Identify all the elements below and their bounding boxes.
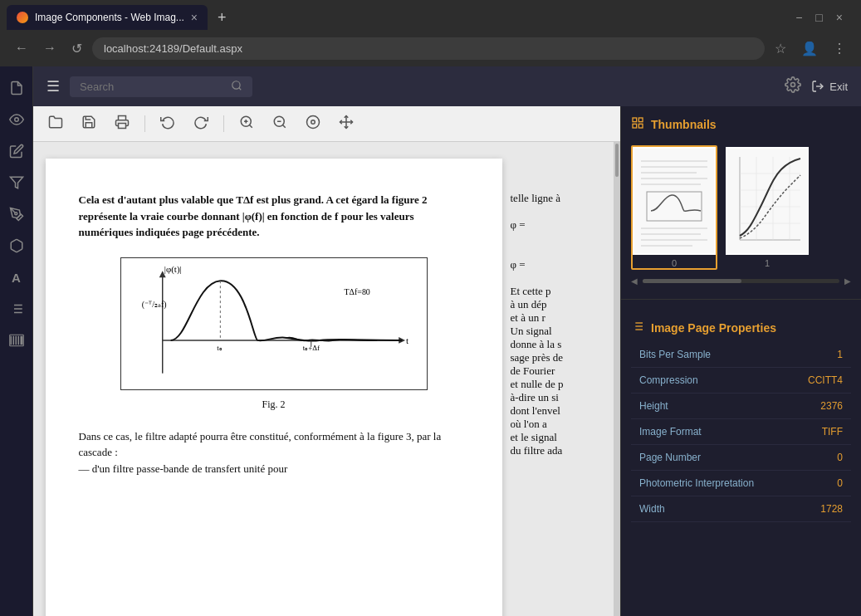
rail-icon-barcode[interactable] <box>3 327 30 354</box>
move-button[interactable] <box>332 111 360 136</box>
address-bar[interactable] <box>92 37 765 60</box>
svg-rect-40 <box>638 124 643 128</box>
thumbnails-title: Thumbnails <box>631 116 851 132</box>
thumb-scroll-thumb <box>643 279 741 283</box>
rail-icon-list[interactable] <box>3 296 30 322</box>
right-col-text: telle ligne à φ = φ = Et cette p à un dé… <box>502 159 602 457</box>
zoom-in-button[interactable] <box>232 111 261 136</box>
redo-button[interactable] <box>187 111 215 136</box>
search-input[interactable] <box>80 81 224 93</box>
rail-icon-3d[interactable] <box>3 232 30 259</box>
panel-divider <box>621 299 861 300</box>
app: A ☰ Exit <box>0 66 861 616</box>
props-label: Image Page Properties <box>651 321 776 335</box>
more-options-button[interactable]: ⋮ <box>828 37 851 60</box>
rail-icon-document[interactable] <box>3 75 30 101</box>
prop-value-5: 0 <box>789 471 851 496</box>
doc-content: Cela est d'autant plus valable que TΔf e… <box>33 142 614 616</box>
svg-rect-14 <box>119 124 126 129</box>
svg-text:t: t <box>406 335 408 345</box>
prop-value-3: TIFF <box>789 419 851 445</box>
profile-button[interactable]: 👤 <box>796 37 823 60</box>
search-icon <box>231 80 242 94</box>
tab-label: Image Components - Web Imag... <box>35 12 184 23</box>
document-viewer: Cela est d'autant plus valable que TΔf e… <box>33 106 620 616</box>
thumbnail-1[interactable]: 1 <box>724 145 810 270</box>
app-header: ☰ Exit <box>33 66 861 106</box>
prop-label-6: Width <box>631 496 789 522</box>
prop-label-4: Page Number <box>631 445 789 471</box>
rail-icon-edit[interactable] <box>3 138 30 164</box>
doc-scroll-area[interactable]: Cela est d'autant plus valable que TΔf e… <box>33 142 620 616</box>
active-tab[interactable]: Image Components - Web Imag... × <box>7 5 208 30</box>
rail-icon-brush[interactable] <box>3 201 30 227</box>
svg-line-20 <box>282 125 285 127</box>
forward-button[interactable]: → <box>38 37 61 59</box>
prop-row-4: Page Number 0 <box>631 445 851 471</box>
right-panel: Thumbnails <box>620 106 861 616</box>
minimize-button[interactable]: − <box>790 7 807 27</box>
prop-label-1: Compression <box>631 368 789 394</box>
nav-controls: ← → ↺ ☆ 👤 ⋮ <box>0 30 861 66</box>
prop-row-2: Height 2376 <box>631 394 851 419</box>
maximize-button[interactable]: □ <box>810 7 827 27</box>
toolbar-separator-2 <box>223 115 224 132</box>
prop-value-0: 1 <box>789 342 851 368</box>
tab-favicon <box>17 12 28 23</box>
rail-icon-text[interactable]: A <box>3 264 30 291</box>
header-right: Exit <box>785 76 848 97</box>
fit-button[interactable] <box>299 111 327 136</box>
svg-rect-53 <box>727 149 807 253</box>
doc-page-right: telle ligne à φ = φ = Et cette p à un dé… <box>502 159 602 599</box>
icon-rail: A <box>0 66 33 616</box>
props-icon <box>631 320 644 335</box>
undo-button[interactable] <box>154 111 182 136</box>
svg-text:TΔf=80: TΔf=80 <box>344 287 369 296</box>
content-area: Cela est d'autant plus valable que TΔf e… <box>33 106 861 616</box>
hamburger-button[interactable]: ☰ <box>46 77 60 95</box>
doc-paragraph-2: Dans ce cas, le filtre adapté pourra êtr… <box>79 428 469 461</box>
app-main: ☰ Exit <box>33 66 861 616</box>
back-button[interactable]: ← <box>10 37 33 59</box>
search-box <box>70 76 252 97</box>
svg-point-22 <box>307 116 320 129</box>
svg-point-2 <box>14 213 17 215</box>
thumbnail-0[interactable]: 0 <box>631 145 717 270</box>
refresh-button[interactable]: ↺ <box>66 37 87 60</box>
svg-point-12 <box>791 82 795 86</box>
prop-label-0: Bits Per Sample <box>631 342 789 368</box>
svg-point-0 <box>14 118 18 122</box>
tab-bar: Image Components - Web Imag... × + − □ × <box>0 0 861 30</box>
thumb-scroll-track <box>643 279 839 283</box>
exit-button[interactable]: Exit <box>811 80 848 93</box>
svg-rect-42 <box>634 149 714 253</box>
save-button[interactable] <box>75 111 103 136</box>
thumb-label-1: 1 <box>726 258 809 268</box>
svg-text:(⁻ᵀ/₂ₐf): (⁻ᵀ/₂ₐf) <box>141 300 166 310</box>
tab-close-button[interactable]: × <box>191 11 198 24</box>
thumb-scroll-area[interactable]: ◀ ▶ <box>631 273 851 289</box>
prop-label-2: Height <box>631 394 789 419</box>
prop-value-2: 2376 <box>789 394 851 419</box>
prop-row-5: Photometric Interpretation 0 <box>631 471 851 496</box>
thumb-scroll-right[interactable]: ▶ <box>844 276 851 286</box>
prop-value-1: CCITT4 <box>789 368 851 394</box>
thumb-inner-1 <box>726 147 809 255</box>
new-tab-button[interactable]: + <box>211 7 233 28</box>
print-button[interactable] <box>108 111 136 136</box>
bookmarks-button[interactable]: ☆ <box>770 37 791 60</box>
figure-caption: Fig. 2 <box>262 397 285 412</box>
vertical-scrollbar[interactable] <box>614 142 620 616</box>
exit-label: Exit <box>829 81 848 93</box>
thumbnails-section: Thumbnails <box>621 106 861 299</box>
settings-button[interactable] <box>785 76 801 97</box>
zoom-out-button[interactable] <box>266 111 294 136</box>
thumbnails-label: Thumbnails <box>651 118 717 131</box>
close-window-button[interactable]: × <box>831 7 848 27</box>
rail-icon-filter[interactable] <box>3 169 30 196</box>
open-button[interactable] <box>42 111 70 136</box>
prop-row-3: Image Format TIFF <box>631 419 851 445</box>
doc-paragraph-3: — d'un filtre passe-bande de transfert u… <box>79 461 469 477</box>
thumb-scroll-left[interactable]: ◀ <box>631 276 638 286</box>
rail-icon-eye[interactable] <box>3 106 30 133</box>
